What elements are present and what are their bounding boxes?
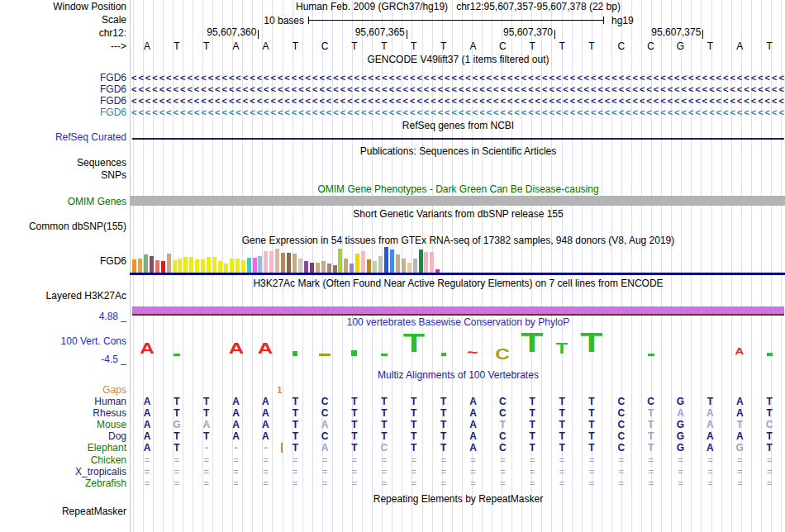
alignment-species-label-chicken[interactable]: Chicken bbox=[0, 455, 126, 466]
gtex-expression-bar[interactable] bbox=[310, 263, 314, 273]
fgd6-gene-item[interactable]: <<<<<<<<<<<<<<<<<<<<<<<<<<<<<<<<<<<<<<<<… bbox=[131, 107, 784, 118]
omim-track-title[interactable]: OMIM Gene Phenotypes - Dark Green Can Be… bbox=[132, 184, 784, 195]
alignment-base: = bbox=[488, 455, 517, 466]
gtex-expression-bar[interactable] bbox=[316, 263, 320, 273]
gtex-expression-bar[interactable] bbox=[178, 259, 182, 273]
fgd6-gene-label[interactable]: FGD6 bbox=[0, 107, 126, 118]
gtex-expression-bar[interactable] bbox=[224, 264, 228, 273]
alignment-species-label-x_tropicalis[interactable]: X_tropicalis bbox=[0, 467, 126, 477]
gtex-expression-bar[interactable] bbox=[333, 265, 337, 273]
gtex-expression-bar[interactable] bbox=[413, 259, 417, 273]
omim-genes-label[interactable]: OMIM Genes bbox=[0, 197, 126, 207]
gtex-expression-bar[interactable] bbox=[258, 256, 262, 273]
gtex-expression-bar[interactable] bbox=[407, 263, 412, 273]
gtex-expression-bar[interactable] bbox=[155, 260, 159, 273]
refseq-track-title[interactable]: RefSeq genes from NCBI bbox=[132, 121, 784, 131]
alignment-base: = bbox=[192, 455, 221, 466]
gtex-expression-bar[interactable] bbox=[287, 253, 291, 273]
gtex-expression-bar[interactable] bbox=[402, 259, 406, 273]
gtex-expression-bar[interactable] bbox=[247, 258, 251, 273]
alignment-species-label-elephant[interactable]: Elephant bbox=[0, 443, 126, 454]
multiz-track-title[interactable]: Multiz Alignments of 100 Vertebrates bbox=[132, 370, 784, 381]
publications-track-title[interactable]: Publications: Sequences in Scientific Ar… bbox=[132, 146, 784, 157]
gtex-expression-bar[interactable] bbox=[236, 259, 240, 273]
gtex-expression-bar[interactable] bbox=[264, 251, 268, 273]
sequences-label[interactable]: Sequences bbox=[0, 158, 126, 169]
gtex-expression-bar[interactable] bbox=[378, 256, 383, 273]
gtex-expression-bar[interactable] bbox=[275, 249, 279, 273]
fgd6-gene-label[interactable]: FGD6 bbox=[0, 73, 126, 83]
gtex-expression-bar[interactable] bbox=[373, 261, 377, 273]
gtex-expression-bar[interactable] bbox=[218, 261, 222, 273]
h3k27ac-label[interactable]: Layered H3K27Ac bbox=[0, 291, 126, 302]
gtex-expression-bar[interactable] bbox=[161, 261, 165, 273]
gencode-track-title[interactable]: GENCODE V49lift37 (1 items filtered out) bbox=[132, 55, 784, 65]
refseq-curated-label[interactable]: RefSeq Curated bbox=[0, 132, 126, 143]
repeatmasker-track-title[interactable]: Repeating Elements by RepeatMasker bbox=[132, 494, 784, 505]
gtex-expression-bar[interactable] bbox=[173, 260, 177, 273]
gtex-expression-bar[interactable] bbox=[201, 259, 205, 273]
alignment-species-label-human[interactable]: Human bbox=[0, 397, 126, 407]
fgd6-gene-label[interactable]: FGD6 bbox=[0, 84, 126, 95]
alignment-species-label-zebrafish[interactable]: Zebrafish bbox=[0, 478, 126, 489]
alignment-species-label-rhesus[interactable]: Rhesus bbox=[0, 408, 126, 419]
alignment-species-label-dog[interactable]: Dog bbox=[0, 431, 126, 442]
alignment-base: = bbox=[517, 478, 547, 489]
gtex-expression-bar[interactable] bbox=[338, 249, 342, 273]
repeatmasker-label[interactable]: RepeatMasker bbox=[0, 506, 126, 517]
alignment-base: T bbox=[399, 408, 429, 419]
snps-label[interactable]: SNPs bbox=[0, 170, 126, 181]
gtex-expression-bar[interactable] bbox=[241, 260, 245, 273]
gtex-expression-bar[interactable] bbox=[390, 249, 394, 273]
gtex-expression-bar[interactable] bbox=[355, 254, 359, 273]
gtex-expression-bar[interactable] bbox=[167, 254, 171, 273]
alignment-species-label-mouse[interactable]: Mouse bbox=[0, 420, 126, 430]
fgd6-gene-label[interactable]: FGD6 bbox=[0, 96, 126, 107]
dbsnp-label[interactable]: Common dbSNP(155) bbox=[0, 221, 126, 232]
gtex-expression-bar[interactable] bbox=[321, 261, 326, 273]
gtex-expression-bar[interactable] bbox=[281, 253, 285, 273]
cons-label[interactable]: 100 Vert. Cons bbox=[0, 336, 126, 347]
cons-track-title[interactable]: 100 vertebrates Basewise Conservation by… bbox=[132, 317, 784, 328]
gtex-expression-bar[interactable] bbox=[230, 259, 234, 273]
scale-bar-left-tick bbox=[308, 17, 309, 24]
alignment-base: T bbox=[577, 408, 607, 419]
gtex-expression-bar[interactable] bbox=[195, 259, 199, 273]
gtex-expression-bar[interactable] bbox=[138, 259, 142, 273]
gtex-expression-bar[interactable] bbox=[367, 259, 371, 273]
alignment-base: A bbox=[310, 420, 340, 430]
gtex-expression-bar[interactable] bbox=[327, 264, 331, 273]
alignment-base: T bbox=[340, 397, 369, 407]
gtex-expression-bar[interactable] bbox=[361, 251, 365, 273]
gtex-expression-bar[interactable] bbox=[344, 259, 348, 273]
fgd6-gene-item[interactable]: <<<<<<<<<<<<<<<<<<<<<<<<<<<<<<<<<<<<<<<<… bbox=[131, 84, 784, 95]
gtex-expression-bar[interactable] bbox=[269, 251, 274, 273]
fgd6-gene-item[interactable]: <<<<<<<<<<<<<<<<<<<<<<<<<<<<<<<<<<<<<<<<… bbox=[131, 96, 784, 107]
gtex-expression-bar[interactable] bbox=[430, 252, 434, 273]
gtex-expression-bar[interactable] bbox=[150, 256, 154, 273]
gtex-expression-bar[interactable] bbox=[304, 261, 308, 273]
omim-gene-bar[interactable] bbox=[130, 196, 785, 206]
h3k27ac-track-title[interactable]: H3K27Ac Mark (Often Found Near Active Re… bbox=[132, 278, 784, 289]
h3k27ac-signal-bar[interactable] bbox=[132, 306, 784, 316]
gtex-expression-bar[interactable] bbox=[253, 258, 257, 273]
refseq-curated-item[interactable] bbox=[132, 138, 784, 140]
left-guideline bbox=[130, 0, 131, 532]
gtex-expression-bar[interactable] bbox=[419, 249, 423, 273]
gtex-expression-bar[interactable] bbox=[132, 259, 136, 273]
gtex-track-title[interactable]: Gene Expression in 54 tissues from GTEx … bbox=[132, 235, 784, 246]
gtex-expression-bar[interactable] bbox=[144, 254, 148, 273]
fgd6-gene-item[interactable]: <<<<<<<<<<<<<<<<<<<<<<<<<<<<<<<<<<<<<<<<… bbox=[131, 73, 784, 83]
gtex-expression-bar[interactable] bbox=[298, 259, 302, 273]
gtex-expression-bar[interactable] bbox=[350, 264, 354, 273]
gtex-expression-bar[interactable] bbox=[212, 257, 216, 273]
gtex-expression-bar[interactable] bbox=[384, 247, 388, 273]
gtex-expression-bar[interactable] bbox=[189, 257, 193, 273]
gtex-expression-bar[interactable] bbox=[293, 254, 297, 273]
gtex-expression-bar[interactable] bbox=[396, 254, 400, 273]
dbsnp-track-title[interactable]: Short Genetic Variants from dbSNP releas… bbox=[132, 209, 784, 220]
gtex-expression-bar[interactable] bbox=[424, 252, 428, 273]
gtex-expression-bar[interactable] bbox=[183, 257, 188, 273]
gtex-expression-bar[interactable] bbox=[207, 257, 211, 273]
gtex-gene-label[interactable]: FGD6 bbox=[0, 256, 126, 267]
